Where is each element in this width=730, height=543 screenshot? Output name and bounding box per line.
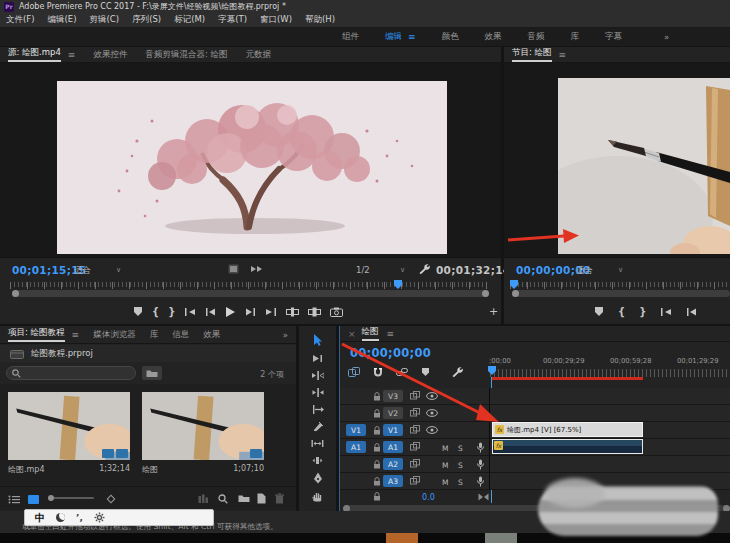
master-lock-icon[interactable] bbox=[373, 492, 381, 501]
workspace-audio[interactable]: 音频 bbox=[528, 31, 545, 43]
menu-window[interactable]: 窗口(W) bbox=[260, 14, 292, 26]
track-a3-solo-button[interactable]: S bbox=[458, 478, 463, 487]
menu-edit[interactable]: 编辑(E) bbox=[48, 14, 77, 26]
menu-file[interactable]: 文件(F) bbox=[6, 14, 35, 26]
project-clip-item-2[interactable]: 绘图 1;07;10 bbox=[142, 392, 264, 490]
play-button[interactable] bbox=[225, 306, 236, 318]
track-a3-lock-icon[interactable] bbox=[373, 477, 381, 486]
ime-bar[interactable]: 中 ’, bbox=[24, 509, 214, 526]
rate-stretch-tool-icon[interactable] bbox=[312, 404, 324, 415]
track-a2-lock-icon[interactable] bbox=[373, 460, 381, 469]
workspace-effects[interactable]: 效果 bbox=[485, 31, 502, 43]
track-v2-badge[interactable]: V2 bbox=[383, 407, 403, 419]
find-button[interactable] bbox=[218, 494, 228, 504]
thumbnail-zoom-slider[interactable] bbox=[48, 497, 94, 499]
timeline-tab-close-icon[interactable]: × bbox=[348, 329, 356, 339]
workspace-color[interactable]: 颜色 bbox=[442, 31, 459, 43]
track-v3-eye-icon[interactable] bbox=[426, 392, 438, 400]
ime-punctuation-icon[interactable]: ’, bbox=[76, 513, 83, 523]
timeline-video-clip[interactable]: fx 绘图.mp4 [V] [67.5%] bbox=[492, 422, 643, 437]
track-v2-lock-icon[interactable] bbox=[373, 409, 381, 418]
master-bowtie-icon[interactable] bbox=[478, 493, 489, 501]
source-panel-menu-icon[interactable]: ≡ bbox=[68, 50, 76, 60]
project-clip-item-1[interactable]: 绘图.mp4 1;32;14 bbox=[8, 392, 130, 490]
timeline-audio-clip[interactable]: fx bbox=[492, 439, 643, 454]
tab-effect-controls[interactable]: 效果控件 bbox=[93, 49, 127, 61]
playback-arrows-icon[interactable] bbox=[250, 264, 264, 274]
add-marker-button[interactable] bbox=[133, 306, 143, 317]
track-a2-badge[interactable]: A2 bbox=[383, 458, 403, 470]
pen-tool-icon[interactable] bbox=[313, 472, 323, 484]
menu-titles[interactable]: 字幕(T) bbox=[218, 14, 247, 26]
tab-libraries[interactable]: 库 bbox=[150, 329, 159, 341]
track-v2-synclock-icon[interactable] bbox=[410, 408, 421, 417]
workspace-menu-icon[interactable]: ≡ bbox=[408, 32, 416, 42]
master-level-value[interactable]: 0.0 bbox=[422, 493, 435, 502]
tab-program[interactable]: 节目: 绘图 bbox=[512, 47, 552, 62]
track-v1-eye-icon[interactable] bbox=[426, 426, 438, 434]
export-frame-button[interactable] bbox=[330, 307, 343, 317]
program-mark-out-button[interactable]: } bbox=[639, 306, 646, 317]
mark-in-button[interactable]: { bbox=[152, 306, 159, 317]
tab-audio-clip-mixer[interactable]: 音频剪辑混合器: 绘图 bbox=[145, 49, 227, 61]
workspace-overflow-icon[interactable]: » bbox=[664, 32, 669, 42]
source-patch-a1[interactable]: A1 bbox=[346, 441, 366, 453]
track-v3-lock-icon[interactable] bbox=[373, 392, 381, 401]
track-v2-eye-icon[interactable] bbox=[426, 409, 438, 417]
ripple-edit-tool-icon[interactable] bbox=[312, 370, 324, 381]
source-viewer[interactable] bbox=[0, 63, 501, 257]
track-a3-mute-button[interactable]: M bbox=[442, 478, 448, 487]
program-go-to-in-button[interactable] bbox=[660, 307, 672, 317]
track-a3-badge[interactable]: A3 bbox=[383, 475, 403, 487]
program-scrubber[interactable] bbox=[504, 280, 730, 299]
program-zoom-scrollbar[interactable] bbox=[512, 290, 730, 297]
timeline-current-timecode[interactable]: 00;00;00;00 bbox=[350, 346, 431, 360]
track-a1-lock-icon[interactable] bbox=[373, 443, 381, 452]
clip-1-name[interactable]: 绘图.mp4 bbox=[8, 464, 45, 475]
razor-tool-icon[interactable] bbox=[312, 421, 324, 432]
source-settings-wrench-icon[interactable] bbox=[418, 263, 430, 275]
timeline-add-marker-icon[interactable] bbox=[421, 367, 430, 377]
tab-info[interactable]: 信息 bbox=[172, 329, 189, 341]
project-bin-row[interactable]: 绘图教程.prproj bbox=[0, 345, 296, 362]
track-select-forward-tool-icon[interactable] bbox=[312, 353, 324, 364]
insert-button[interactable] bbox=[286, 307, 299, 317]
new-bin-button[interactable] bbox=[238, 494, 250, 503]
icon-view-button[interactable] bbox=[28, 495, 39, 504]
timeline-settings-wrench-icon[interactable] bbox=[451, 366, 463, 378]
menu-help[interactable]: 帮助(H) bbox=[305, 14, 335, 26]
clip-2-name[interactable]: 绘图 bbox=[142, 464, 158, 475]
list-view-button[interactable] bbox=[8, 495, 20, 504]
track-a1-synclock-icon[interactable] bbox=[410, 442, 421, 451]
menu-markers[interactable]: 标记(M) bbox=[174, 14, 205, 26]
tab-effects[interactable]: 效果 bbox=[203, 329, 220, 341]
source-zoom-scrollbar[interactable] bbox=[12, 290, 489, 297]
source-patch-v1[interactable]: V1 bbox=[346, 424, 366, 436]
source-scrubber[interactable] bbox=[0, 280, 501, 299]
menu-clip[interactable]: 剪辑(C) bbox=[90, 14, 120, 26]
menu-sequence[interactable]: 序列(S) bbox=[132, 14, 161, 26]
nest-toggle-icon[interactable] bbox=[348, 367, 360, 377]
ime-settings-gear-icon[interactable] bbox=[94, 512, 105, 523]
workspace-titles[interactable]: 字幕 bbox=[605, 31, 622, 43]
tab-source[interactable]: 源: 绘图.mp4 bbox=[8, 47, 61, 62]
new-item-button[interactable] bbox=[257, 493, 266, 504]
program-add-marker-button[interactable] bbox=[594, 306, 604, 317]
timeline-panel-menu-icon[interactable]: ≡ bbox=[387, 329, 395, 339]
project-tabs-overflow-icon[interactable]: » bbox=[283, 330, 288, 340]
track-a1-mic-icon[interactable] bbox=[476, 442, 485, 453]
workspace-editing[interactable]: 编辑 bbox=[385, 31, 402, 43]
rolling-edit-tool-icon[interactable] bbox=[312, 387, 324, 398]
track-a3-mic-icon[interactable] bbox=[476, 476, 485, 487]
track-v3-badge[interactable]: V3 bbox=[383, 390, 403, 402]
project-readorder-icon[interactable] bbox=[198, 494, 209, 504]
project-panel-menu-icon[interactable]: ≡ bbox=[72, 330, 80, 340]
tab-project[interactable]: 项目: 绘图教程 bbox=[8, 327, 65, 342]
source-resolution-select[interactable]: 1/2 bbox=[356, 265, 370, 275]
source-zoombar-right-handle[interactable] bbox=[482, 290, 489, 297]
track-v1-synclock-icon[interactable] bbox=[410, 425, 421, 434]
ime-moon-icon[interactable] bbox=[56, 513, 65, 522]
tab-timeline-sequence[interactable]: 绘图 bbox=[362, 326, 379, 341]
track-a3-synclock-icon[interactable] bbox=[410, 476, 421, 485]
source-zoombar-left-handle[interactable] bbox=[12, 290, 19, 297]
